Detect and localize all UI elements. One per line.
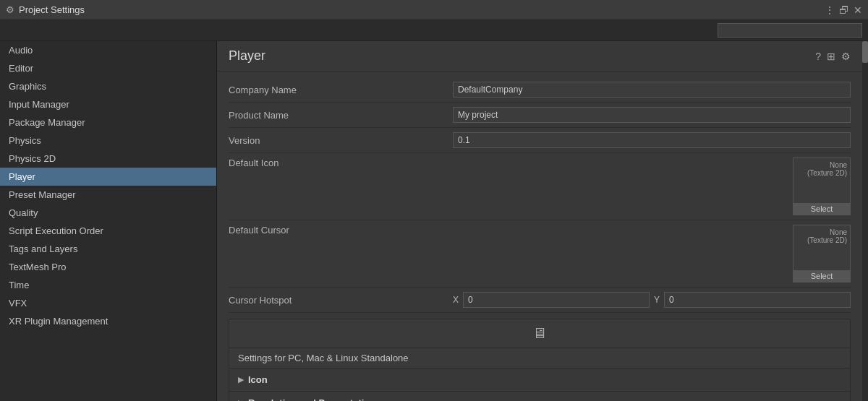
resolution-section-arrow: ▶ — [238, 398, 244, 401]
scrollbar-thumb[interactable] — [862, 41, 868, 63]
default-icon-label: Default Icon — [229, 158, 453, 168]
search-bar — [0, 20, 868, 41]
platform-header: 🖥 — [229, 319, 850, 348]
version-value — [453, 132, 851, 148]
sidebar-item-tags-and-layers[interactable]: Tags and Layers — [0, 240, 216, 258]
product-name-input[interactable] — [453, 107, 851, 123]
default-icon-select-button[interactable]: Select — [793, 203, 850, 215]
default-cursor-preview: None(Texture 2D) Select — [793, 225, 851, 283]
window-title: Project Settings — [19, 4, 85, 15]
resolution-section-header[interactable]: ▶ Resolution and Presentation — [229, 392, 850, 401]
product-name-row: Product Name — [229, 103, 851, 128]
sidebar-item-script-execution-order[interactable]: Script Execution Order — [0, 222, 216, 240]
main-content: Player ? ⊞ ⚙ Company Name Product Name — [217, 41, 862, 401]
cursor-hotspot-x-input[interactable] — [463, 292, 650, 308]
y-axis-label: Y — [654, 295, 660, 305]
sidebar-item-input-manager[interactable]: Input Manager — [0, 95, 216, 113]
more-options-icon[interactable]: ⋮ — [825, 4, 835, 16]
sidebar-item-xr-plugin-management[interactable]: XR Plugin Management — [0, 312, 216, 330]
resolution-section: ▶ Resolution and Presentation — [229, 392, 850, 401]
version-label: Version — [229, 135, 453, 146]
main-layout: Audio Editor Graphics Input Manager Pack… — [0, 41, 868, 401]
title-bar: ⚙ Project Settings ⋮ 🗗 ✕ — [0, 0, 868, 20]
icon-section-arrow: ▶ — [238, 375, 244, 384]
version-row: Version — [229, 128, 851, 153]
sidebar-item-package-manager[interactable]: Package Manager — [0, 113, 216, 131]
sidebar-item-vfx[interactable]: VFX — [0, 294, 216, 312]
icon-section-header[interactable]: ▶ Icon — [229, 368, 850, 391]
default-icon-preview: None(Texture 2D) Select — [793, 158, 851, 215]
sidebar-item-graphics[interactable]: Graphics — [0, 77, 216, 95]
sidebar: Audio Editor Graphics Input Manager Pack… — [0, 41, 217, 401]
scrollbar[interactable] — [862, 41, 868, 401]
icon-section-title: Icon — [248, 374, 268, 385]
layout-icon[interactable]: ⊞ — [827, 51, 835, 62]
default-icon-row: Default Icon None(Texture 2D) Select — [229, 153, 851, 220]
default-icon-value: None(Texture 2D) Select — [453, 158, 851, 215]
help-icon[interactable]: ? — [815, 51, 821, 62]
restore-icon[interactable]: 🗗 — [839, 4, 849, 16]
cursor-hotspot-row: Cursor Hotspot X Y — [229, 288, 851, 313]
sidebar-item-editor[interactable]: Editor — [0, 59, 216, 77]
search-input[interactable] — [718, 23, 862, 38]
resolution-section-title: Resolution and Presentation — [248, 397, 375, 401]
platform-section: 🖥 Settings for PC, Mac & Linux Standalon… — [229, 319, 851, 401]
default-cursor-select-button[interactable]: Select — [793, 270, 850, 282]
title-gear-icon: ⚙ — [6, 4, 14, 15]
sidebar-item-player[interactable]: Player — [0, 168, 216, 186]
default-icon-preview-label: None(Texture 2D) — [807, 161, 847, 177]
default-cursor-row: Default Cursor None(Texture 2D) Select — [229, 220, 851, 288]
company-name-value — [453, 82, 851, 98]
sidebar-item-physics[interactable]: Physics — [0, 131, 216, 150]
close-icon[interactable]: ✕ — [854, 4, 862, 16]
player-header: Player ? ⊞ ⚙ — [217, 41, 862, 72]
platform-title: Settings for PC, Mac & Linux Standalone — [229, 348, 850, 368]
default-cursor-label: Default Cursor — [229, 225, 453, 236]
icon-section: ▶ Icon — [229, 368, 850, 392]
sidebar-item-preset-manager[interactable]: Preset Manager — [0, 186, 216, 204]
sidebar-item-textmesh-pro[interactable]: TextMesh Pro — [0, 258, 216, 276]
sidebar-item-audio[interactable]: Audio — [0, 41, 216, 59]
settings-icon[interactable]: ⚙ — [841, 51, 851, 62]
page-title: Player — [229, 48, 265, 64]
sidebar-item-physics-2d[interactable]: Physics 2D — [0, 150, 216, 168]
player-header-icons: ? ⊞ ⚙ — [815, 51, 851, 62]
company-name-row: Company Name — [229, 77, 851, 103]
monitor-icon: 🖥 — [532, 325, 547, 342]
product-name-label: Product Name — [229, 110, 453, 121]
default-cursor-value: None(Texture 2D) Select — [453, 225, 851, 283]
cursor-hotspot-fields: X Y — [453, 292, 851, 308]
company-name-input[interactable] — [453, 82, 851, 98]
sidebar-item-quality[interactable]: Quality — [0, 204, 216, 222]
sidebar-item-time[interactable]: Time — [0, 276, 216, 294]
content-area: Company Name Product Name Version — [217, 72, 862, 401]
version-input[interactable] — [453, 132, 851, 148]
cursor-hotspot-label: Cursor Hotspot — [229, 295, 453, 306]
x-axis-label: X — [453, 295, 459, 305]
window-controls: ⋮ 🗗 ✕ — [825, 4, 862, 16]
cursor-hotspot-y-input[interactable] — [664, 292, 851, 308]
default-cursor-preview-label: None(Texture 2D) — [807, 228, 847, 244]
product-name-value — [453, 107, 851, 123]
company-name-label: Company Name — [229, 85, 453, 95]
